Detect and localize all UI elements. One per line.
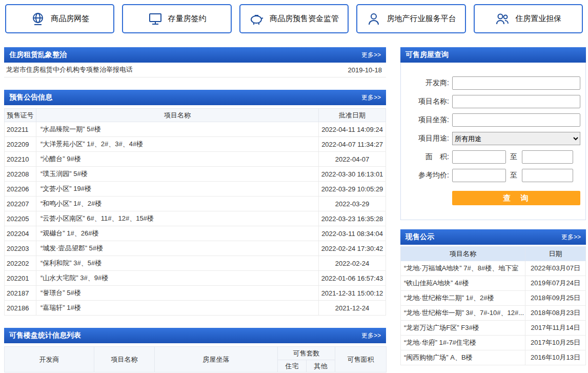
column-header-other: 其他 — [307, 360, 335, 372]
cert-no: 202207 — [5, 197, 36, 211]
project-name-link[interactable]: “龙地·万福城A地块” 7#、8#楼、地下室 — [401, 261, 525, 276]
sale-date: 2019年07月24日 — [525, 276, 586, 291]
form-row-location: 项目坐落: — [401, 113, 585, 127]
rental-section-header: 住房租赁乱象整治 更多>> — [4, 47, 386, 63]
project-name-link[interactable]: “城发·壹品望郡” 5#楼 — [36, 241, 319, 256]
project-name-link[interactable]: “保利和院” 3#、5#楼 — [36, 256, 319, 271]
approval-date: 2022-04-11 14:09:24 — [319, 122, 386, 137]
current-sale-section-header: 现售公示 更多>> — [400, 229, 586, 245]
rental-item-title[interactable]: 龙岩市住房租赁中介机构专项整治举报电话 — [6, 65, 133, 74]
approval-date: 2022-01-06 16:57:43 — [319, 271, 386, 286]
cert-no: 202211 — [5, 122, 36, 137]
column-header-project: 项目名称 — [94, 347, 155, 372]
nav-button-stock-housing-contract[interactable]: 存量房签约 — [122, 4, 231, 33]
stats-more-link[interactable]: 更多>> — [361, 331, 381, 340]
project-name-link[interactable]: “铁山佳苑A地块” 4#楼 — [401, 276, 525, 291]
project-name-link[interactable]: “誉璟台” 5#楼 — [36, 286, 319, 301]
cert-no: 202203 — [5, 241, 36, 256]
form-row-project: 项目名称: — [401, 94, 585, 109]
usage-select[interactable]: 所有用途 — [452, 132, 580, 145]
section-title: 住房租赁乱象整治 — [9, 50, 67, 60]
monitor-icon — [148, 11, 163, 27]
project-name-link[interactable]: “龙地·华府” 1#-7#住宅楼 — [401, 336, 525, 350]
sale-date: 2017年10月25日 — [525, 336, 586, 350]
nav-button-industry-service-platform[interactable]: 房地产行业服务平台 — [356, 4, 465, 33]
column-header-project: 项目名称 — [36, 109, 319, 122]
project-name-link[interactable]: “云荟小区南区” 6#、11#、12#、15#楼 — [36, 211, 319, 226]
nav-button-label: 房地产行业服务平台 — [387, 14, 456, 24]
approval-date: 2021-12-24 — [319, 301, 386, 316]
section-title: 预售公告信息 — [9, 93, 52, 102]
table-header-row: 开发商 项目名称 房屋坐落 可售套数 可售面积 — [5, 347, 387, 360]
project-name-input[interactable] — [452, 95, 580, 108]
column-header-developer: 开发商 — [5, 347, 94, 372]
approval-date: 2022-02-24 17:30:42 — [319, 241, 386, 256]
project-name-link[interactable]: “文荟小区” 19#楼 — [36, 182, 319, 197]
project-name-link[interactable]: “沁醴台” 9#楼 — [36, 152, 319, 167]
presale-section-header: 预售公告信息 更多>> — [4, 90, 386, 105]
current-sale-more-link[interactable]: 更多>> — [561, 233, 581, 242]
project-name-link[interactable]: “和鸣小区” 1#、2#楼 — [36, 197, 319, 211]
cert-no: 202205 — [5, 211, 36, 226]
section-title: 现售公示 — [405, 232, 434, 242]
project-name-link[interactable]: “嘉瑞轩” 1#楼 — [36, 301, 319, 316]
query-section-header: 可售房屋查询 — [400, 47, 586, 63]
cert-no: 202202 — [5, 256, 36, 271]
price-max-input[interactable] — [522, 169, 573, 182]
project-name-link[interactable]: “水晶臻院一期” 5#楼 — [36, 122, 319, 137]
globe-icon — [30, 11, 46, 27]
person-icon — [366, 11, 381, 27]
nav-button-label: 商品房预售资金监管 — [270, 14, 339, 24]
price-to-label: 至 — [510, 171, 517, 180]
nav-button-commercial-housing-sign[interactable]: 商品房网签 — [5, 4, 114, 33]
rental-item-date: 2019-10-18 — [348, 66, 382, 74]
query-form: 开发商: 项目名称: 项目坐落: 项目用途: 所有用途 — [400, 63, 586, 220]
table-row: “龙地·世纪榕华二期” 1#、2#楼2018年09月25日 — [401, 291, 586, 306]
price-min-input[interactable] — [452, 169, 506, 182]
presale-section: 预售公告信息 更多>> 预售证号 项目名称 批准日期 202211“水晶臻院一期… — [4, 90, 386, 316]
project-name-link[interactable]: “璞玉润园” 5#楼 — [36, 167, 319, 182]
project-name-link[interactable]: “大洋景苑小区” 1#、2#、3#、4#楼 — [36, 137, 319, 152]
query-section: 可售房屋查询 开发商: 项目名称: 项目坐落: 项目用途: — [400, 47, 586, 220]
price-label: 参考均价: — [401, 171, 452, 180]
stats-section: 可售楼盘统计信息列表 更多>> 开发商 项目名称 房屋坐落 可售套数 可售面积 … — [4, 328, 386, 372]
approval-date: 2022-04-07 11:34:27 — [319, 137, 386, 152]
area-min-input[interactable] — [452, 150, 506, 164]
nav-button-presale-funds-supervision[interactable]: 商品房预售资金监管 — [239, 4, 349, 33]
table-row: 202208“璞玉润园” 5#楼2022-03-30 16:13:01 — [5, 167, 386, 182]
search-button[interactable]: 查 询 — [452, 191, 580, 205]
area-max-input[interactable] — [522, 150, 573, 164]
project-name-link[interactable]: “龙岩万达广场F区” F3#楼 — [401, 321, 525, 336]
table-row: 202201“山水大宅院” 3#、9#楼2022-01-06 16:57:43 — [5, 271, 386, 286]
location-label: 项目坐落: — [401, 115, 452, 125]
project-name-link[interactable]: “山水大宅院” 3#、9#楼 — [36, 271, 319, 286]
table-row: 202210“沁醴台” 9#楼2022-04-07 — [5, 152, 386, 167]
sale-date: 2018年08月23日 — [525, 306, 586, 321]
table-row: 202186“嘉瑞轩” 1#楼2021-12-24 — [5, 301, 386, 316]
table-row: “龙地·万福城A地块” 7#、8#楼、地下室2022年03月07日 — [401, 261, 586, 276]
table-row: 202202“保利和院” 3#、5#楼2022-02-24 — [5, 256, 386, 271]
project-name-link[interactable]: “龙地·世纪榕华一期” 3#、7#-10#、12#... — [401, 306, 525, 321]
project-name-link[interactable]: “闽西购物广场” A、B楼 — [401, 350, 525, 365]
form-row-price: 参考均价: 至 — [401, 168, 585, 183]
column-header-date: 批准日期 — [319, 109, 386, 122]
approval-date: 2022-03-11 08:34:04 — [319, 226, 386, 241]
approval-date: 2022-03-29 — [319, 197, 386, 211]
project-name-link[interactable]: “龙地·世纪榕华二期” 1#、2#楼 — [401, 291, 525, 306]
column-header-residential: 住宅 — [278, 360, 307, 372]
developer-input[interactable] — [452, 76, 580, 90]
people-icon — [495, 11, 510, 27]
rental-list-item[interactable]: 龙岩市住房租赁中介机构专项整治举报电话 2019-10-18 — [4, 63, 386, 77]
form-row-usage: 项目用途: 所有用途 — [401, 131, 585, 146]
rental-section: 住房租赁乱象整治 更多>> 龙岩市住房租赁中介机构专项整治举报电话 2019-1… — [4, 47, 386, 77]
rental-more-link[interactable]: 更多>> — [361, 51, 381, 60]
nav-button-label: 住房置业担保 — [515, 14, 561, 24]
right-column: 可售房屋查询 开发商: 项目名称: 项目坐落: 项目用途: — [400, 47, 586, 373]
sale-date: 2022年03月07日 — [525, 261, 586, 276]
project-name-link[interactable]: “观樾台” 1#、26#楼 — [36, 226, 319, 241]
location-input[interactable] — [452, 113, 580, 127]
presale-more-link[interactable]: 更多>> — [361, 93, 381, 102]
cert-no: 202204 — [5, 226, 36, 241]
column-header-units: 可售套数 — [278, 347, 335, 360]
nav-button-housing-guarantee[interactable]: 住房置业担保 — [474, 4, 583, 33]
